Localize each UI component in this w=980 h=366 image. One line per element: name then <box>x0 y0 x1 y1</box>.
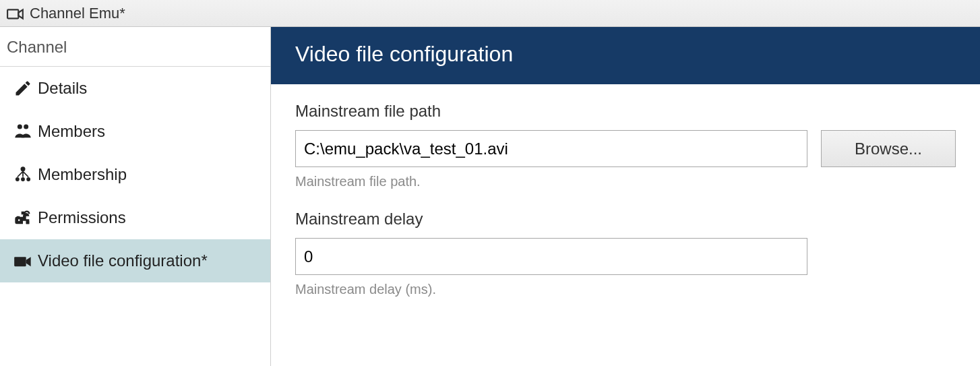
mainstream-file-path-input[interactable] <box>295 130 807 167</box>
field-help: Mainstream file path. <box>295 174 956 189</box>
sidebar-item-membership[interactable]: Membership <box>0 153 270 196</box>
field-label: Mainstream file path <box>295 102 956 121</box>
sidebar-item-label: Permissions <box>38 208 126 227</box>
svg-rect-0 <box>7 9 18 18</box>
field-mainstream-file-path: Mainstream file path Browse... Mainstrea… <box>295 102 956 189</box>
svg-rect-7 <box>14 257 26 266</box>
svg-point-5 <box>21 177 25 181</box>
sidebar-header: Channel <box>0 27 270 67</box>
membership-icon <box>13 165 38 184</box>
permissions-icon <box>13 208 38 227</box>
sidebar: Channel Details Members <box>0 27 271 366</box>
main-header: Video file configuration <box>271 27 980 84</box>
main-panel: Video file configuration Mainstream file… <box>271 27 980 366</box>
svg-point-4 <box>16 177 20 181</box>
window-titlebar: Channel Emu* <box>0 0 980 27</box>
camera-icon <box>13 251 38 270</box>
svg-point-2 <box>24 125 28 129</box>
sidebar-item-label: Membership <box>38 165 127 184</box>
browse-button[interactable]: Browse... <box>821 130 956 167</box>
sidebar-item-permissions[interactable]: Permissions <box>0 196 270 239</box>
sidebar-item-label: Members <box>38 122 105 141</box>
svg-point-1 <box>18 125 22 129</box>
members-icon <box>13 122 38 141</box>
sidebar-item-label: Details <box>38 79 87 98</box>
svg-point-6 <box>26 177 30 181</box>
svg-point-3 <box>21 166 26 171</box>
edit-icon <box>13 79 38 98</box>
sidebar-item-label: Video file configuration* <box>38 251 208 270</box>
window-title: Channel Emu* <box>30 5 125 22</box>
field-help: Mainstream delay (ms). <box>295 282 956 297</box>
mainstream-delay-input[interactable] <box>295 238 807 275</box>
field-label: Mainstream delay <box>295 210 956 228</box>
sidebar-item-details[interactable]: Details <box>0 67 270 110</box>
field-mainstream-delay: Mainstream delay Mainstream delay (ms). <box>295 210 956 297</box>
sidebar-item-members[interactable]: Members <box>0 110 270 153</box>
camera-icon <box>7 6 24 21</box>
sidebar-item-video-file-configuration[interactable]: Video file configuration* <box>0 239 270 282</box>
